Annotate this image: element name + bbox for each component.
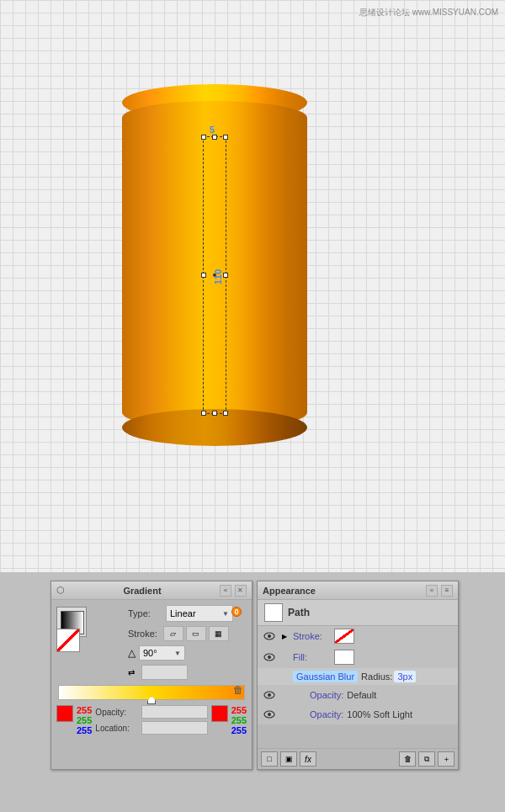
handle-tc[interactable] xyxy=(212,135,217,140)
handle-ml[interactable] xyxy=(201,273,206,278)
fill-row-label: Fill: xyxy=(293,652,331,662)
appearance-new-btn[interactable]: ＋ xyxy=(438,751,454,767)
appearance-delete-btn[interactable]: 🗑 xyxy=(399,751,416,767)
appearance-panel-controls: « ≡ xyxy=(426,585,453,597)
gradient-panel-icon: ⬡ xyxy=(56,585,65,596)
rgb-b-left: 255 xyxy=(77,725,92,735)
handle-bc[interactable] xyxy=(212,411,217,416)
stroke-label: Stroke: xyxy=(128,629,157,639)
path-label: Path xyxy=(288,607,310,618)
orange-indicator: 0 xyxy=(231,607,242,617)
stroke-arrow-icon[interactable]: ▶ xyxy=(279,631,290,641)
stroke-eye-icon[interactable] xyxy=(263,629,276,643)
angle-icon: △ xyxy=(128,647,136,659)
gaussian-blur-row: Gaussian Blur Radius: 3px xyxy=(258,668,458,686)
gaussian-blur-label[interactable]: Gaussian Blur xyxy=(293,671,358,682)
handle-tr[interactable] xyxy=(223,135,228,140)
cylinder-container: 5 110 xyxy=(122,84,307,446)
path-section: Path xyxy=(258,600,458,626)
appearance-toolbar: □ ▣ fx 🗑 ⧉ ＋ xyxy=(258,748,458,769)
dimension-height: 110 xyxy=(213,269,223,284)
opacity1-value: Default xyxy=(347,690,376,700)
canvas-area: 思绪设计论坛 www.MISSYUAN.COM 5 110 xyxy=(0,0,505,572)
appearance-collapse-btn[interactable]: « xyxy=(426,585,438,597)
gradient-close-btn[interactable]: ✕ xyxy=(235,585,247,597)
stroke-row: Stroke: ▱ ▭ ▦ xyxy=(128,626,233,641)
gradient-bar-row: 🗑 xyxy=(56,685,247,700)
location-input-field[interactable] xyxy=(141,721,207,735)
stroke-appearance-row: ▶ Stroke: xyxy=(258,626,458,647)
stroke-btn-1[interactable]: ▱ xyxy=(163,626,183,641)
opacity1-eye-icon[interactable] xyxy=(263,688,276,702)
appearance-panel: Appearance « ≡ Path ▶ St xyxy=(257,581,459,770)
handle-br[interactable] xyxy=(223,411,228,416)
reverse-input[interactable] xyxy=(141,665,188,680)
gradient-panel-body: Type: Linear ▼ Stroke: ▱ ▭ ▦ △ xyxy=(51,600,252,740)
type-value: Linear xyxy=(170,608,196,618)
angle-input[interactable]: 90° ▼ xyxy=(139,645,185,661)
rgb-g-left: 255 xyxy=(77,715,92,725)
gradient-panel: ⬡ Gradient « ✕ xyxy=(50,581,252,770)
handle-mr[interactable] xyxy=(223,273,228,278)
opacity1-label: Opacity: xyxy=(310,690,343,700)
reverse-row: ⇄ xyxy=(128,665,233,680)
opacity-location-col: Opacity: Location: xyxy=(95,705,207,735)
appearance-add-stroke-btn[interactable]: □ xyxy=(261,751,278,767)
radius-label: Radius: xyxy=(361,671,392,682)
appearance-panel-body: Path ▶ Stroke: xyxy=(258,600,458,724)
svg-point-1 xyxy=(268,634,271,638)
watermark: 思绪设计论坛 www.MISSYUAN.COM xyxy=(359,7,498,19)
rgb-values-left: 255 255 255 xyxy=(77,705,92,735)
gradient-panel-controls: « ✕ xyxy=(220,585,247,597)
rgb-r-left: 255 xyxy=(77,705,92,715)
stroke-swatch[interactable] xyxy=(334,629,354,644)
appearance-menu-btn[interactable]: ≡ xyxy=(441,585,453,597)
type-row: Type: Linear ▼ xyxy=(90,605,233,622)
handle-tl[interactable] xyxy=(201,135,206,140)
location-input-row: Location: xyxy=(95,721,207,735)
appearance-panel-header: Appearance « ≡ xyxy=(258,581,458,600)
color-values-row: 255 255 255 Opacity: Location: xyxy=(56,705,247,735)
stroke-none-indicator[interactable] xyxy=(56,629,80,652)
location-input-label: Location: xyxy=(95,724,139,733)
svg-point-7 xyxy=(268,713,271,716)
rgb-r-right: 255 xyxy=(231,705,247,715)
rgb-b-right: 255 xyxy=(231,725,247,735)
type-label: Type: xyxy=(128,608,166,618)
appearance-fx-btn[interactable]: fx xyxy=(300,751,316,767)
stroke-btn-3[interactable]: ▦ xyxy=(209,626,229,641)
opacity2-label: Opacity: xyxy=(310,709,343,719)
opacity2-row: Opacity: 100% Soft Light xyxy=(258,705,458,724)
right-color-swatch[interactable] xyxy=(211,705,228,722)
appearance-copy-btn[interactable]: ⧉ xyxy=(418,751,435,767)
left-color-swatch[interactable] xyxy=(56,705,73,722)
fill-appearance-row: ▶ Fill: xyxy=(258,647,458,668)
fill-swatch[interactable] xyxy=(334,650,354,665)
rgb-values-right: 255 255 255 xyxy=(231,705,247,735)
angle-row: △ 90° ▼ xyxy=(128,645,233,661)
opacity-input-field[interactable] xyxy=(141,705,207,719)
gradient-bar[interactable] xyxy=(58,685,245,700)
gradient-collapse-btn[interactable]: « xyxy=(220,585,231,597)
handle-bl[interactable] xyxy=(201,411,206,416)
gradient-stroke-box xyxy=(56,629,87,659)
opacity-input-row: Opacity: xyxy=(95,705,207,719)
stroke-btn-2[interactable]: ▭ xyxy=(186,626,206,641)
opacity2-eye-icon[interactable] xyxy=(263,708,276,721)
gradient-panel-header: ⬡ Gradient « ✕ xyxy=(51,581,252,600)
appearance-panel-title: Appearance xyxy=(263,586,316,596)
panels-area: ⬡ Gradient « ✕ xyxy=(0,572,505,812)
type-chevron-icon: ▼ xyxy=(222,610,229,618)
path-color-swatch[interactable] xyxy=(264,603,283,622)
reverse-icon: ⇄ xyxy=(128,668,135,677)
svg-point-5 xyxy=(268,693,271,697)
appearance-fill-btn[interactable]: ▣ xyxy=(280,751,297,767)
type-select[interactable]: Linear ▼ xyxy=(166,605,233,622)
stroke-row-label: Stroke: xyxy=(293,631,331,641)
radius-value[interactable]: 3px xyxy=(394,671,416,682)
angle-chevron-icon: ▼ xyxy=(174,650,181,657)
delete-icon[interactable]: 🗑 xyxy=(233,684,243,696)
gradient-handle[interactable] xyxy=(147,696,156,704)
fill-eye-icon[interactable] xyxy=(263,650,276,664)
rgb-g-right: 255 xyxy=(231,715,247,725)
